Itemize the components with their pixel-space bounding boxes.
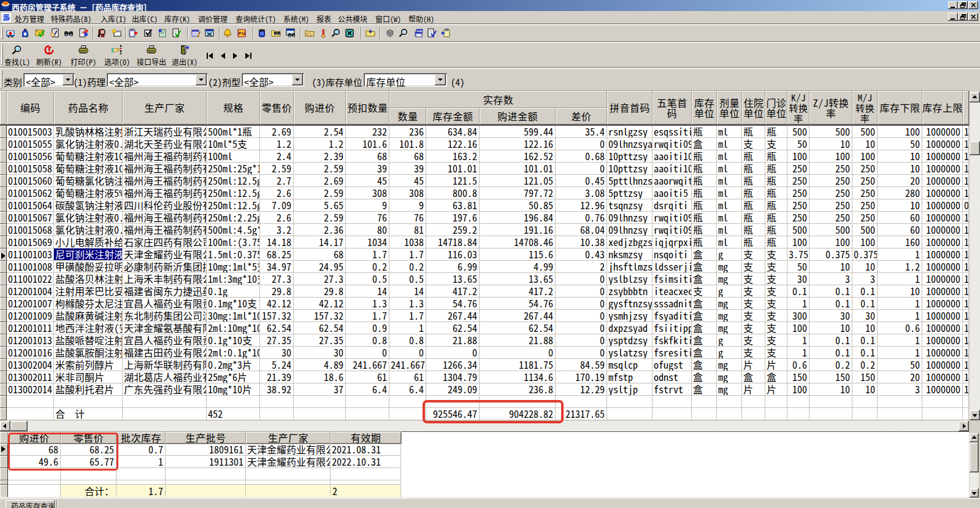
svg-text:P.U: P.U <box>239 31 245 36</box>
